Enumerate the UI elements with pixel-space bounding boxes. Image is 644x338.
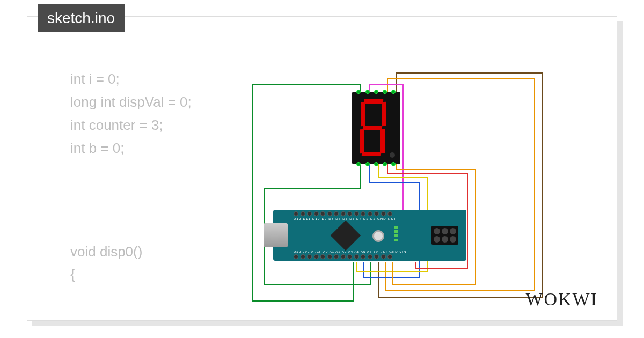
segment-a (364, 99, 383, 104)
segment-f (361, 102, 365, 126)
code-line: int i = 0; (70, 68, 192, 91)
seg-pin[interactable] (391, 162, 396, 166)
file-tab-label: sketch.ino (47, 10, 115, 26)
pin-labels-bottom: D13 3V3 AREF A0 A1 A2 A3 A4 A5 A6 A7 5V … (294, 250, 406, 253)
code-line: int b = 0; (70, 137, 192, 160)
seg-pin[interactable] (356, 90, 361, 94)
segment-c (380, 129, 385, 153)
nano-pin-row-top[interactable] (294, 211, 392, 216)
seg-pin[interactable] (374, 162, 378, 166)
status-leds (394, 226, 398, 241)
segment-d (362, 152, 381, 156)
code-preview: int i = 0; long int dispVal = 0; int cou… (70, 68, 192, 286)
segment-g (363, 126, 382, 130)
seg-pin[interactable] (356, 162, 361, 166)
file-tab[interactable]: sketch.ino (38, 4, 125, 32)
code-line: long int dispVal = 0; (70, 91, 192, 114)
project-card: int i = 0; long int dispVal = 0; int cou… (27, 16, 617, 321)
seg-pin[interactable] (365, 162, 370, 166)
code-line: int counter = 3; (70, 114, 192, 137)
mcu-chip-icon (331, 221, 361, 251)
segment-e (360, 129, 364, 153)
seven-segment-display[interactable] (352, 92, 400, 164)
code-line: { (70, 263, 192, 286)
usb-port-icon (264, 223, 288, 247)
seg-pin[interactable] (391, 90, 396, 94)
icsp-header[interactable] (431, 226, 458, 245)
seg-pin[interactable] (365, 90, 370, 94)
nano-pin-row-bottom[interactable] (294, 254, 392, 259)
segment-b (382, 102, 386, 126)
arduino-nano-board[interactable]: D12 D11 D10 D9 D8 D7 D6 D5 D4 D3 D2 GND … (273, 210, 466, 261)
code-line: void disp0() (70, 240, 192, 263)
pin-labels-top: D12 D11 D10 D9 D8 D7 D6 D5 D4 D3 D2 GND … (294, 217, 396, 221)
reset-button[interactable] (372, 230, 384, 242)
segment-dp (390, 152, 395, 158)
wokwi-logo: WOKWI (525, 289, 598, 310)
seg-pin[interactable] (383, 90, 387, 94)
seg-pin[interactable] (383, 162, 387, 166)
seg-pin[interactable] (374, 90, 378, 94)
circuit-diagram[interactable]: D12 D11 D10 D9 D8 D7 D6 D5 D4 D3 D2 GND … (231, 57, 564, 309)
